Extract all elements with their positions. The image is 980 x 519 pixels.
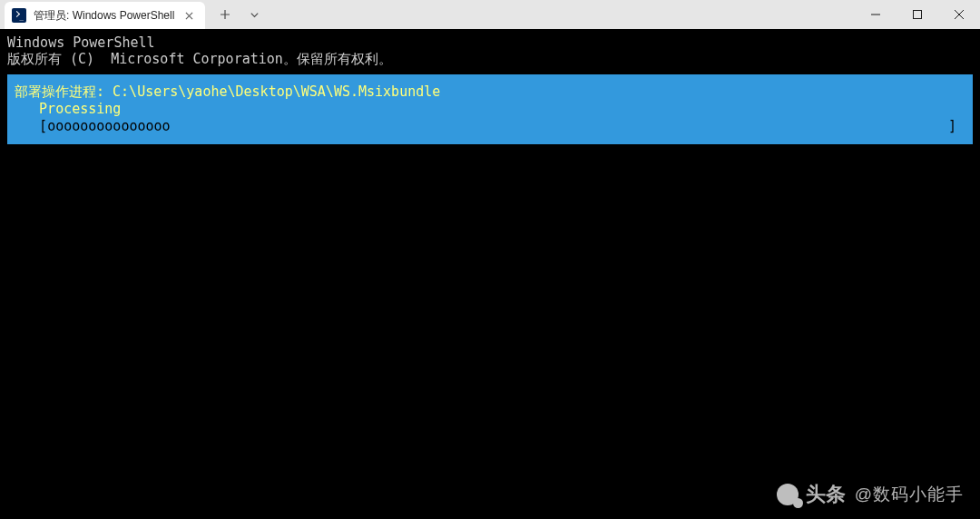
close-button[interactable]	[938, 0, 980, 29]
maximize-button[interactable]	[897, 0, 938, 29]
watermark-logo: 头条	[777, 481, 846, 508]
watermark-handle: @数码小能手	[855, 483, 964, 506]
progress-bar-open-bracket: [	[15, 118, 47, 135]
progress-title: 部署操作进程: C:\Users\yaohe\Desktop\WSA\WS.Ms…	[15, 83, 965, 101]
tab-controls	[205, 0, 274, 29]
window-controls	[855, 0, 980, 29]
progress-bar-close-bracket: ]	[948, 118, 965, 135]
title-bar: 管理员: Windows PowerShell	[0, 0, 980, 29]
tab-active[interactable]: 管理员: Windows PowerShell	[5, 2, 205, 29]
terminal-line: 版权所有 (C) Microsoft Corporation。保留所有权利。	[7, 51, 973, 67]
toutiao-icon	[777, 483, 800, 506]
progress-panel: 部署操作进程: C:\Users\yaohe\Desktop\WSA\WS.Ms…	[7, 74, 973, 144]
powershell-icon	[12, 8, 26, 23]
terminal-line: Windows PowerShell	[7, 34, 973, 51]
watermark: 头条 @数码小能手	[777, 481, 964, 508]
watermark-brand: 头条	[806, 481, 846, 508]
progress-bar-empty	[171, 118, 948, 135]
tab-strip: 管理员: Windows PowerShell	[0, 0, 274, 29]
new-tab-button[interactable]	[212, 3, 238, 26]
svg-rect-0	[914, 11, 922, 19]
minimize-button[interactable]	[855, 0, 897, 29]
title-bar-drag-area[interactable]	[274, 0, 855, 29]
tab-title: 管理员: Windows PowerShell	[34, 8, 174, 24]
tab-close-button[interactable]	[181, 8, 196, 23]
tab-dropdown-button[interactable]	[241, 3, 267, 26]
progress-bar: [ooooooooooooooo ]	[15, 118, 965, 135]
progress-status: Processing	[15, 101, 965, 118]
terminal-viewport[interactable]: Windows PowerShell 版权所有 (C) Microsoft Co…	[0, 29, 980, 519]
progress-bar-fill: ooooooooooooooo	[47, 118, 170, 135]
